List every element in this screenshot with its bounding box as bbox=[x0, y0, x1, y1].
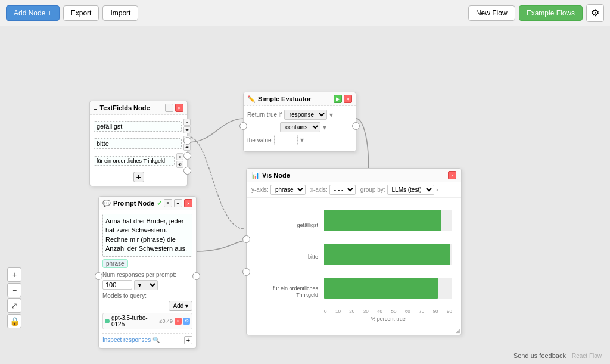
x-axis-select[interactable]: - - - bbox=[329, 185, 356, 195]
field-icons-2: × 👁 bbox=[176, 153, 183, 168]
prompt-icon: 💬 bbox=[102, 200, 111, 207]
model-settings-btn[interactable]: ⚙ bbox=[183, 318, 190, 325]
y-axis-control: y-axis: phrase bbox=[251, 185, 306, 195]
prompt-minimize-btn[interactable]: − bbox=[174, 199, 182, 207]
evaluator-node-controls: ▶ × bbox=[334, 95, 352, 103]
prompt-node-controls: ≡ − × bbox=[164, 199, 192, 207]
inspect-link[interactable]: Inspect responses 🔍 bbox=[102, 337, 160, 343]
x-tick-5: 50 bbox=[391, 309, 397, 314]
textfields-output-connector-1[interactable] bbox=[183, 137, 191, 145]
text-field-input-2[interactable] bbox=[94, 156, 175, 166]
textfields-icon: ≡ bbox=[94, 104, 97, 111]
evaluator-input-connector[interactable] bbox=[239, 122, 247, 130]
text-field-row-1: × 👁 bbox=[94, 136, 183, 151]
export-button[interactable]: Export bbox=[63, 5, 99, 21]
eval-value-row: the value 2 ▾ bbox=[247, 135, 352, 145]
bar-label-2: für ein ordentliches Trinkgeld bbox=[253, 285, 318, 298]
example-flows-button[interactable]: Example Flows bbox=[519, 5, 583, 21]
group-by-remove[interactable]: × bbox=[436, 187, 439, 193]
group-by-label: group by: bbox=[360, 186, 385, 193]
textfields-output-connector-2[interactable] bbox=[183, 152, 191, 160]
evaluator-close-btn[interactable]: × bbox=[344, 95, 352, 103]
inspect-add-btn[interactable]: + bbox=[184, 336, 192, 344]
textfields-title-text: TextFields Node bbox=[99, 104, 150, 111]
field-view-2[interactable]: 👁 bbox=[176, 161, 183, 168]
vis-close-btn[interactable]: × bbox=[448, 171, 456, 179]
text-field-row-0: × 👁 bbox=[94, 119, 183, 133]
textfields-minimize-btn[interactable]: − bbox=[165, 104, 173, 112]
vis-chart-icon: 📊 bbox=[251, 172, 260, 179]
eval-return-true-row: Return true if response ▾ bbox=[247, 110, 352, 120]
textfields-output-connector-3[interactable] bbox=[183, 167, 191, 175]
zoom-fit-btn[interactable]: ⤢ bbox=[7, 298, 21, 313]
num-responses-label: Num responses per prompt: bbox=[102, 272, 176, 278]
eval-field-select[interactable]: response bbox=[284, 110, 327, 120]
evaluator-node-title: ✏️ Simple Evaluator bbox=[247, 95, 311, 103]
x-axis-label: x-axis: bbox=[310, 186, 328, 193]
field-delete-0[interactable]: × bbox=[183, 119, 191, 126]
evaluator-title-text: Simple Evaluator bbox=[258, 95, 311, 102]
zoom-controls: + − ⤢ 🔒 bbox=[7, 267, 21, 328]
textfields-node-controls: − × bbox=[165, 104, 183, 112]
field-icons-0: × 👁 bbox=[183, 119, 191, 133]
text-field-input-1[interactable] bbox=[94, 138, 182, 149]
evaluator-output-connector[interactable] bbox=[352, 122, 360, 130]
add-model-button[interactable]: Add ▾ bbox=[169, 301, 192, 311]
bar-bg-2 bbox=[324, 278, 452, 299]
eval-value-arrow: ▾ bbox=[300, 136, 304, 144]
field-view-0[interactable]: 👁 bbox=[183, 126, 191, 133]
prompt-text[interactable]: Anna hat drei Brüder, jeder hat zwei Sch… bbox=[102, 214, 192, 257]
eval-value-input[interactable]: 2 bbox=[274, 135, 298, 145]
import-button[interactable]: Import bbox=[102, 5, 138, 21]
x-tick-0: 0 bbox=[324, 309, 326, 314]
x-tick-8: 80 bbox=[433, 309, 438, 314]
bar-fill-2 bbox=[324, 278, 438, 299]
toolbar-right: New Flow Example Flows ⚙ bbox=[468, 4, 604, 22]
react-flow-label: React Flow bbox=[572, 353, 602, 359]
new-flow-button[interactable]: New Flow bbox=[468, 5, 515, 21]
bar-fill-0 bbox=[324, 210, 441, 231]
x-tick-2: 20 bbox=[349, 309, 354, 314]
prompt-node-header: 💬 Prompt Node ✓ ≡ − × bbox=[99, 197, 196, 210]
field-delete-2[interactable]: × bbox=[176, 153, 183, 160]
evaluator-play-btn[interactable]: ▶ bbox=[334, 95, 342, 103]
zoom-lock-btn[interactable]: 🔒 bbox=[7, 314, 21, 328]
footer: Send us feedback React Flow bbox=[0, 347, 610, 364]
num-responses-input[interactable] bbox=[102, 280, 132, 290]
settings-button[interactable]: ⚙ bbox=[586, 4, 604, 22]
prompt-input-connector[interactable] bbox=[95, 272, 102, 280]
bars-container bbox=[324, 204, 452, 305]
prompt-close-btn[interactable]: × bbox=[184, 199, 192, 207]
eval-condition-row: contains ▾ bbox=[247, 122, 352, 132]
canvas: ≡ TextFields Node − × × 👁 × 👁 bbox=[0, 26, 610, 364]
vis-input-connector-1[interactable] bbox=[242, 235, 250, 243]
x-tick-6: 60 bbox=[405, 309, 410, 314]
add-field-btn[interactable]: + bbox=[133, 172, 144, 182]
eval-condition-arrow: ▾ bbox=[323, 123, 326, 132]
vis-node-title: 📊 Vis Node bbox=[251, 172, 290, 179]
prompt-body: Anna hat drei Brüder, jeder hat zwei Sch… bbox=[99, 210, 196, 348]
x-tick-3: 30 bbox=[363, 309, 369, 314]
y-axis-select[interactable]: phrase bbox=[270, 185, 306, 195]
textfields-close-btn[interactable]: × bbox=[175, 104, 183, 112]
prompt-menu-btn[interactable]: ≡ bbox=[164, 199, 172, 207]
zoom-out-btn[interactable]: − bbox=[7, 283, 21, 297]
prompt-output-connector[interactable] bbox=[192, 272, 200, 280]
prompt-title-text: Prompt Node bbox=[113, 200, 154, 207]
bar-bg-0 bbox=[324, 210, 452, 231]
feedback-link[interactable]: Send us feedback bbox=[513, 352, 566, 359]
add-node-button[interactable]: Add Node + bbox=[6, 5, 60, 21]
textfields-node-header: ≡ TextFields Node − × bbox=[90, 101, 187, 115]
resize-handle[interactable]: ◢ bbox=[456, 328, 460, 334]
zoom-in-btn[interactable]: + bbox=[7, 267, 21, 282]
group-by-select[interactable]: LLMs (test) bbox=[387, 185, 434, 195]
vis-node-header: 📊 Vis Node × bbox=[247, 169, 461, 182]
model-delete-btn[interactable]: × bbox=[175, 318, 182, 325]
inspect-row: Inspect responses 🔍 + bbox=[102, 333, 192, 344]
text-field-input-0[interactable] bbox=[94, 121, 182, 132]
eval-value-label: the value bbox=[247, 137, 272, 144]
num-responses-select[interactable]: ▾ bbox=[134, 280, 158, 290]
x-axis-control: x-axis: - - - bbox=[310, 185, 356, 195]
eval-condition-select[interactable]: contains bbox=[280, 122, 320, 132]
bar-label-0: gefälligst bbox=[253, 222, 318, 228]
